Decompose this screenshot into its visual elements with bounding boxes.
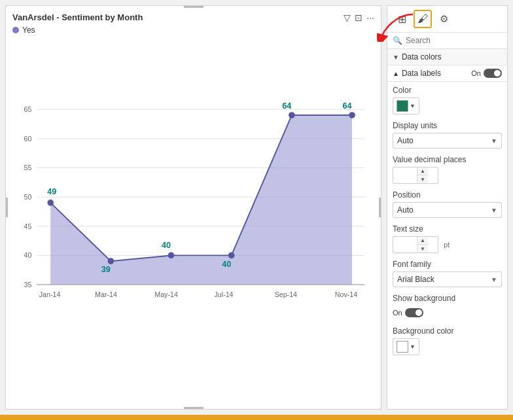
data-labels-label: Data labels bbox=[402, 69, 441, 78]
svg-text:Nov-14: Nov-14 bbox=[335, 290, 357, 298]
background-color-button[interactable]: ▼ bbox=[393, 338, 419, 355]
show-bg-toggle-track[interactable] bbox=[405, 308, 423, 317]
svg-text:40: 40 bbox=[162, 241, 171, 250]
analytics-icon[interactable]: ⚙ bbox=[434, 10, 453, 28]
show-background-field: Show background On bbox=[387, 290, 507, 323]
resize-handle-right[interactable] bbox=[379, 198, 381, 217]
filter-icon[interactable]: ▽ bbox=[344, 12, 351, 23]
value-decimal-label: Value decimal places bbox=[393, 155, 502, 164]
svg-marker-14 bbox=[50, 115, 352, 285]
data-table-icon[interactable]: ⊞ bbox=[393, 10, 411, 28]
color-swatch-button[interactable]: ▼ bbox=[393, 97, 419, 114]
svg-text:50: 50 bbox=[24, 193, 31, 201]
chart-area: 65 60 55 50 45 40 35 bbox=[12, 40, 374, 402]
value-decimal-field: Value decimal places Auto ▲ ▼ bbox=[387, 151, 507, 186]
svg-text:Jul-14: Jul-14 bbox=[215, 290, 234, 298]
right-panel: ⊞ 🖌 ⚙ 🔍 ▼ bbox=[387, 5, 508, 410]
text-size-down-button[interactable]: ▼ bbox=[417, 245, 428, 253]
svg-point-16 bbox=[108, 258, 115, 264]
color-field: Color ▼ bbox=[387, 82, 507, 117]
position-dropdown-chevron-icon: ▼ bbox=[491, 207, 497, 214]
svg-point-20 bbox=[349, 112, 355, 118]
bg-color-row: ▼ bbox=[393, 338, 502, 355]
bg-color-chevron-icon: ▼ bbox=[410, 343, 416, 350]
format-icon[interactable]: 🖌 bbox=[414, 10, 432, 28]
dropdown-chevron-icon: ▼ bbox=[491, 137, 497, 145]
format-toolbar: ⊞ 🖌 ⚙ bbox=[387, 6, 507, 33]
resize-handle-left[interactable] bbox=[6, 198, 8, 217]
data-labels-toggle[interactable]: On bbox=[471, 69, 502, 78]
svg-text:35: 35 bbox=[24, 281, 31, 289]
chart-legend: Yes bbox=[12, 26, 374, 35]
font-family-dropdown[interactable]: Arial Black ▼ bbox=[393, 271, 502, 287]
text-size-row: 12 ▲ ▼ pt bbox=[393, 236, 502, 253]
font-family-field: Font family Arial Black ▼ bbox=[387, 256, 507, 290]
svg-text:64: 64 bbox=[342, 101, 351, 111]
focus-icon[interactable]: ⊡ bbox=[355, 12, 363, 23]
search-input[interactable] bbox=[406, 36, 504, 45]
show-bg-on-label: On bbox=[393, 309, 402, 317]
toggle-on-label: On bbox=[471, 69, 481, 77]
text-size-label: Text size bbox=[393, 224, 502, 234]
position-label: Position bbox=[393, 190, 502, 200]
font-family-value: Arial Black bbox=[397, 275, 434, 284]
svg-text:Jan-14: Jan-14 bbox=[39, 290, 61, 298]
pt-label: pt bbox=[444, 241, 450, 249]
display-units-label: Display units bbox=[393, 121, 502, 130]
display-units-dropdown[interactable]: Auto ▼ bbox=[393, 133, 502, 149]
svg-text:60: 60 bbox=[24, 135, 31, 143]
background-color-field: Background color ▼ bbox=[387, 323, 507, 358]
show-background-toggle[interactable]: On bbox=[393, 308, 423, 317]
background-color-label: Background color bbox=[393, 326, 502, 336]
bg-color-swatch bbox=[397, 341, 408, 353]
show-background-label: Show background bbox=[393, 294, 502, 303]
chevron-down-icon[interactable]: ▲ bbox=[393, 70, 399, 77]
spinner-buttons: ▲ ▼ bbox=[417, 167, 428, 183]
data-colors-label: Data colors bbox=[402, 52, 442, 61]
svg-text:45: 45 bbox=[24, 222, 31, 230]
svg-text:Sep-14: Sep-14 bbox=[275, 290, 297, 298]
legend-label: Yes bbox=[22, 26, 35, 35]
position-field: Position Auto ▼ bbox=[387, 186, 507, 220]
data-colors-section[interactable]: ▼ Data colors bbox=[387, 49, 507, 65]
legend-dot bbox=[12, 27, 19, 33]
color-label: Color bbox=[393, 86, 502, 95]
font-family-chevron-icon: ▼ bbox=[491, 276, 497, 283]
svg-text:40: 40 bbox=[222, 260, 231, 269]
search-box: 🔍 bbox=[387, 33, 507, 49]
svg-text:40: 40 bbox=[24, 251, 31, 259]
spinner-up-button[interactable]: ▲ bbox=[417, 167, 428, 175]
display-units-field: Display units Auto ▼ bbox=[387, 117, 507, 151]
svg-text:Mar-14: Mar-14 bbox=[95, 290, 117, 298]
svg-text:39: 39 bbox=[101, 265, 111, 274]
more-icon[interactable]: ··· bbox=[366, 12, 374, 23]
svg-text:49: 49 bbox=[47, 187, 56, 196]
svg-point-17 bbox=[168, 253, 175, 259]
data-labels-section: ▲ Data labels On bbox=[387, 65, 507, 82]
toggle-track[interactable] bbox=[484, 69, 502, 78]
text-size-input[interactable]: 12 bbox=[393, 238, 417, 251]
svg-text:64: 64 bbox=[282, 101, 291, 111]
resize-handle-top[interactable] bbox=[184, 6, 203, 8]
spinner-down-button[interactable]: ▼ bbox=[417, 175, 428, 183]
svg-text:May-14: May-14 bbox=[154, 290, 178, 298]
position-value: Auto bbox=[397, 205, 414, 215]
svg-point-18 bbox=[228, 253, 235, 259]
chart-toolbar: ▽ ⊡ ··· bbox=[344, 12, 374, 23]
resize-handle-bottom[interactable] bbox=[184, 407, 203, 409]
font-family-label: Font family bbox=[393, 260, 502, 269]
svg-point-19 bbox=[289, 112, 295, 118]
text-size-spinner-buttons: ▲ ▼ bbox=[417, 237, 428, 253]
bottom-bar bbox=[0, 415, 513, 420]
chevron-right-icon: ▼ bbox=[393, 54, 399, 61]
text-size-up-button[interactable]: ▲ bbox=[417, 237, 428, 245]
color-chevron-icon: ▼ bbox=[410, 103, 416, 109]
text-size-spinner[interactable]: 12 ▲ ▼ bbox=[393, 236, 438, 253]
svg-text:55: 55 bbox=[24, 164, 31, 171]
value-decimal-input[interactable]: Auto bbox=[393, 169, 417, 182]
svg-text:65: 65 bbox=[24, 105, 31, 113]
value-decimal-spinner[interactable]: Auto ▲ ▼ bbox=[393, 167, 438, 184]
position-dropdown[interactable]: Auto ▼ bbox=[393, 202, 502, 218]
show-background-toggle-row: On bbox=[393, 306, 502, 320]
text-size-field: Text size 12 ▲ ▼ pt bbox=[387, 220, 507, 256]
